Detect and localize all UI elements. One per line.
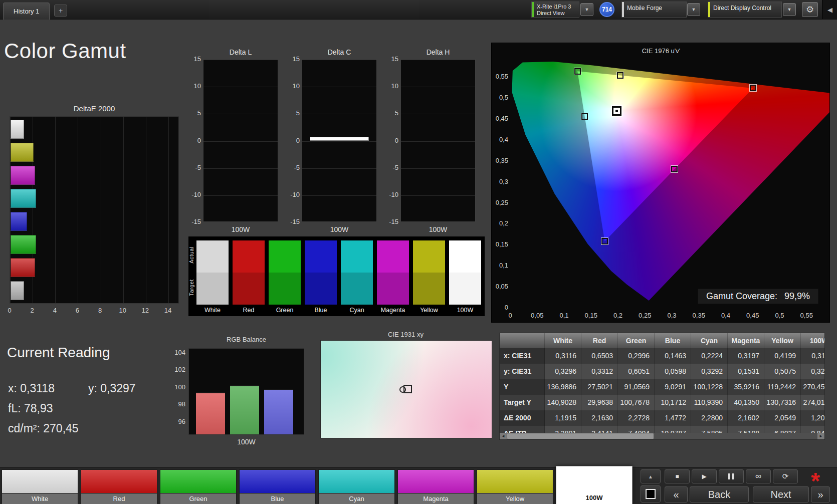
measurement-table: WhiteRedGreenBlueCyanMagentaYellow100Wx:… bbox=[499, 333, 825, 440]
table-cell: 136,9886 bbox=[545, 379, 581, 395]
asterisk-icon: * bbox=[811, 469, 820, 484]
delta-x-label: 100W bbox=[400, 225, 476, 233]
pattern-label: Red bbox=[81, 493, 157, 504]
pattern-label: Green bbox=[160, 493, 236, 504]
actual-swatch bbox=[269, 240, 301, 273]
display-control-selector[interactable]: Direct Display Control bbox=[708, 2, 782, 18]
delta-y-tick: 10 bbox=[185, 82, 201, 90]
pattern-green[interactable]: Green bbox=[160, 469, 237, 503]
meter-selector[interactable]: X-Rite i1Pro 3 Direct View bbox=[531, 2, 579, 18]
meter-dropdown-button[interactable]: ▼ bbox=[580, 3, 593, 16]
table-cell: 2,2800 bbox=[691, 410, 728, 426]
pattern-label: Blue bbox=[240, 493, 315, 504]
cie-y-tick: 0,1 bbox=[492, 262, 508, 269]
actual-swatch bbox=[449, 240, 481, 273]
fast-back-button[interactable]: « bbox=[665, 486, 688, 502]
delta-y-tick: 5 bbox=[284, 109, 300, 117]
table-cell: 0,3292 bbox=[691, 364, 728, 379]
pause-button[interactable] bbox=[719, 469, 744, 483]
stop-button[interactable]: ■ bbox=[665, 469, 690, 483]
table-cell: 2,0549 bbox=[764, 410, 801, 426]
rgb-bar-green bbox=[230, 385, 259, 434]
scrollbar-thumb[interactable] bbox=[507, 433, 654, 439]
play-button[interactable]: ▶ bbox=[692, 469, 717, 483]
pattern-label: White bbox=[2, 493, 78, 504]
delta-y-tick: -15 bbox=[382, 218, 398, 225]
delta-x-label: 100W bbox=[302, 225, 377, 233]
pattern-white[interactable]: White bbox=[2, 469, 78, 503]
deltae-x-tick: 12 bbox=[138, 307, 153, 314]
cie-x-tick: 0,35 bbox=[689, 312, 709, 319]
target-row-label: Target bbox=[188, 273, 195, 303]
table-header-cell: Blue bbox=[655, 333, 691, 348]
scroll-up-button[interactable]: ▲ bbox=[641, 469, 661, 483]
delta-chart-title: Delta H bbox=[400, 48, 476, 56]
pattern-yellow[interactable]: Yellow bbox=[477, 469, 553, 503]
next-button[interactable]: Next bbox=[753, 486, 809, 502]
table-cell: 29,9638 bbox=[581, 395, 618, 410]
deltae-bar-yellow bbox=[11, 143, 34, 162]
table-cell: 0,0598 bbox=[655, 364, 691, 379]
stop-icon: ■ bbox=[675, 473, 679, 480]
table-cell: 10,1712 bbox=[655, 395, 691, 410]
table-cell: 0,6503 bbox=[581, 348, 618, 364]
pattern-color bbox=[556, 466, 632, 492]
source-dropdown-button[interactable]: ▼ bbox=[687, 3, 700, 16]
delta-y-tick: 0 bbox=[284, 137, 300, 144]
delta-x-label: 100W bbox=[203, 225, 278, 233]
cie1976-title: CIE 1976 u'v' bbox=[492, 47, 830, 55]
delta-chart-plot bbox=[203, 59, 278, 222]
rgb-y-tick: 102 bbox=[168, 366, 185, 373]
page-title: Color Gamut bbox=[4, 39, 126, 63]
notification-button[interactable]: * bbox=[801, 467, 830, 484]
pattern-color bbox=[2, 470, 78, 493]
pattern-color bbox=[160, 470, 236, 493]
pattern-blue[interactable]: Blue bbox=[239, 469, 316, 503]
delta-y-tick: 10 bbox=[284, 82, 300, 90]
scroll-right-button[interactable]: ► bbox=[817, 433, 824, 439]
fast-forward-button[interactable]: » bbox=[811, 486, 830, 502]
table-cell: 140,9028 bbox=[545, 395, 581, 410]
rgb-balance-chart bbox=[188, 348, 304, 435]
swatch-label: 100W bbox=[447, 307, 483, 314]
pattern-magenta[interactable]: Magenta bbox=[397, 469, 474, 503]
history-tab[interactable]: History 1 bbox=[3, 3, 50, 20]
table-cell: 130,7316 bbox=[764, 395, 801, 410]
pattern-100w[interactable]: 100W bbox=[556, 466, 633, 504]
add-tab-button[interactable]: + bbox=[54, 5, 67, 17]
actual-target-strip: Actual Target WhiteRedGreenBlueCyanMagen… bbox=[188, 236, 485, 316]
row-label: Y bbox=[500, 379, 545, 395]
refresh-button[interactable]: ⟳ bbox=[773, 469, 798, 483]
source-label: Mobile Forge bbox=[627, 5, 662, 12]
table-cell: 1,1915 bbox=[545, 410, 581, 426]
source-selector[interactable]: Mobile Forge bbox=[621, 2, 687, 18]
collapse-panel-button[interactable]: ◀ bbox=[822, 0, 837, 19]
actual-swatch bbox=[233, 240, 265, 273]
pattern-cyan[interactable]: Cyan bbox=[318, 469, 395, 503]
cie-y-tick: 0 bbox=[492, 304, 508, 311]
delta-chart-plot bbox=[302, 59, 377, 222]
measurement-count-badge: 714 bbox=[599, 2, 614, 17]
settings-button[interactable]: ⚙ bbox=[802, 2, 818, 17]
pattern-red[interactable]: Red bbox=[81, 469, 157, 503]
back-button[interactable]: Back bbox=[690, 486, 749, 502]
pattern-window-button[interactable] bbox=[641, 485, 661, 502]
table-header-cell: Yellow bbox=[764, 333, 801, 348]
pattern-label: Yellow bbox=[477, 493, 553, 504]
cie-x-tick: 0,4 bbox=[716, 312, 736, 319]
cie-y-tick: 0,4 bbox=[492, 136, 508, 143]
table-scrollbar[interactable]: ◄ ► bbox=[500, 433, 824, 439]
source-accent-stripe bbox=[622, 2, 624, 17]
table-cell: 2,1602 bbox=[728, 410, 764, 426]
table-cell: 9,0291 bbox=[655, 379, 691, 395]
chevron-down-icon: ▼ bbox=[585, 7, 589, 12]
delta-chart-title: Delta C bbox=[302, 48, 377, 56]
rgb-y-tick: 98 bbox=[168, 400, 185, 408]
delta-y-tick: -10 bbox=[185, 191, 201, 198]
delta-y-tick: 5 bbox=[382, 109, 398, 117]
cie-y-tick: 0,5 bbox=[492, 94, 508, 101]
continuous-measure-button[interactable]: ∞ bbox=[746, 469, 771, 483]
current-reading-title: Current Reading bbox=[7, 345, 110, 361]
scroll-left-button[interactable]: ◄ bbox=[500, 433, 507, 439]
display-control-dropdown-button[interactable]: ▼ bbox=[783, 3, 796, 16]
